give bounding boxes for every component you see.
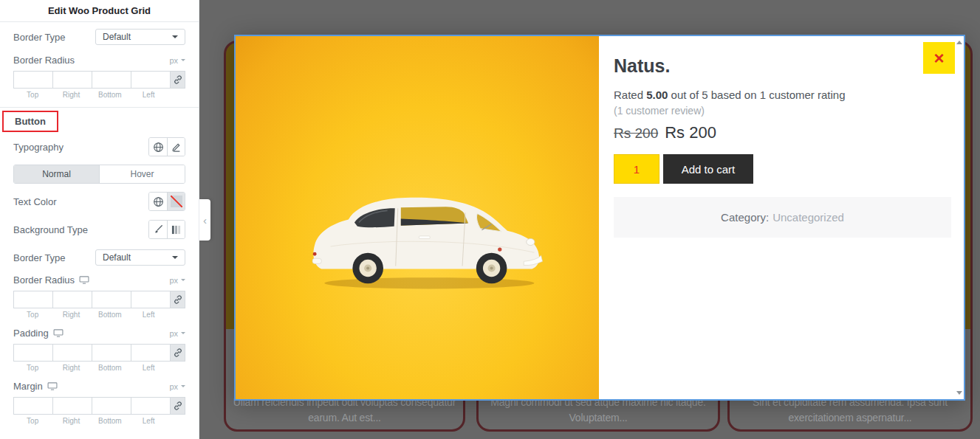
border-radius-inputs-1: [13, 71, 185, 89]
chain-link-icon: [173, 75, 183, 85]
select-value: Default: [103, 252, 131, 263]
desktop-icon[interactable]: [47, 382, 58, 390]
border-radius-top-input[interactable]: [13, 291, 52, 308]
panel-title: Edit Woo Product Grid: [48, 5, 151, 16]
margin-label: Margin: [13, 381, 58, 392]
gradient-background-button[interactable]: [167, 221, 185, 238]
link-values-button[interactable]: [170, 344, 185, 362]
side-label-bottom: Bottom: [91, 91, 129, 99]
border-type-select[interactable]: Default: [95, 249, 185, 266]
tab-normal[interactable]: Normal: [14, 165, 99, 183]
border-radius-top-input[interactable]: [13, 71, 52, 89]
quantity-input[interactable]: [614, 154, 659, 184]
padding-label: Padding: [13, 328, 64, 339]
old-price: Rs 200: [614, 125, 658, 142]
label-text: Padding: [13, 328, 49, 339]
chevron-down-icon: [181, 332, 185, 334]
side-label-bottom: Bottom: [91, 417, 129, 425]
classic-background-button[interactable]: [149, 221, 167, 238]
margin-bottom-input[interactable]: [92, 397, 131, 415]
chevron-down-icon: [181, 385, 185, 387]
unit-select[interactable]: px: [169, 56, 185, 65]
desktop-icon[interactable]: [79, 276, 89, 284]
category-link[interactable]: Uncategorized: [772, 211, 844, 224]
state-tabs: Normal Hover: [13, 165, 185, 184]
link-values-button[interactable]: [170, 397, 185, 415]
global-typography-button[interactable]: [149, 138, 167, 156]
side-label-bottom: Bottom: [91, 311, 129, 319]
unit-value: px: [169, 56, 178, 65]
chain-link-icon: [173, 348, 183, 358]
side-label-top: Top: [13, 91, 52, 99]
side-label-right: Right: [52, 364, 90, 372]
chevron-down-icon: [181, 59, 185, 61]
label-text: Margin: [13, 381, 43, 392]
padding-top-input[interactable]: [13, 344, 52, 362]
tab-label: Normal: [42, 169, 71, 179]
rating-prefix: Rated: [614, 89, 646, 101]
chevron-left-icon: ‹: [203, 214, 207, 227]
control-border-type-1: Border Type Default: [13, 29, 185, 45]
globe-icon: [153, 196, 164, 207]
add-to-cart-button[interactable]: Add to cart: [663, 154, 753, 184]
product-image: [236, 36, 599, 399]
modal-scrollbar[interactable]: [955, 36, 964, 399]
label-text: Border Radius: [13, 274, 75, 286]
border-radius-right-input[interactable]: [52, 71, 92, 89]
link-values-button[interactable]: [170, 291, 185, 308]
product-details: Natus. Rated 5.00 out of 5 based on 1 cu…: [599, 36, 964, 399]
padding-right-input[interactable]: [52, 344, 92, 362]
close-button[interactable]: ×: [923, 42, 955, 74]
link-values-button[interactable]: [170, 71, 185, 89]
margin-left-input[interactable]: [131, 397, 170, 415]
margin-inputs: [13, 397, 185, 415]
edit-typography-button[interactable]: [167, 138, 185, 156]
border-radius-bottom-input[interactable]: [92, 291, 131, 308]
border-radius-right-input[interactable]: [52, 291, 92, 308]
margin-top-input[interactable]: [13, 397, 52, 415]
side-label-top: Top: [13, 364, 52, 372]
padding-inputs: [13, 344, 185, 362]
pencil-icon: [171, 142, 182, 152]
margin-right-input[interactable]: [52, 397, 92, 415]
side-label-top: Top: [13, 417, 52, 425]
section-divider: [0, 107, 199, 108]
scroll-down-icon[interactable]: [956, 391, 962, 395]
panel-header: Edit Woo Product Grid: [0, 0, 199, 22]
color-swatch-button[interactable]: [167, 193, 185, 210]
control-margin: Margin px: [13, 381, 185, 392]
no-color-swatch-icon: [171, 196, 182, 207]
category-meta: Category: Uncategorized: [614, 197, 951, 238]
unit-select[interactable]: px: [169, 329, 185, 338]
control-border-radius-2: Border Radius px: [13, 274, 185, 286]
scroll-up-icon[interactable]: [956, 41, 962, 44]
chain-link-icon: [173, 401, 183, 411]
padding-left-input[interactable]: [131, 344, 170, 362]
desktop-icon[interactable]: [53, 329, 64, 337]
control-padding: Padding px: [13, 328, 185, 339]
background-type-buttons: [148, 220, 185, 239]
tab-hover[interactable]: Hover: [99, 165, 185, 183]
panel-collapse-handle[interactable]: ‹: [199, 199, 210, 241]
chain-link-icon: [173, 294, 183, 305]
control-border-type-2: Border Type Default: [13, 249, 185, 266]
padding-bottom-input[interactable]: [92, 344, 131, 362]
current-price: Rs 200: [665, 123, 716, 142]
chevron-down-icon: [172, 256, 178, 259]
global-color-button[interactable]: [149, 193, 167, 210]
border-type-select[interactable]: Default: [95, 29, 185, 45]
border-radius-bottom-input[interactable]: [92, 71, 131, 89]
unit-select[interactable]: px: [169, 382, 185, 391]
unit-select[interactable]: px: [169, 276, 185, 285]
border-radius-left-input[interactable]: [131, 71, 170, 89]
border-radius-label: Border Radius: [13, 274, 89, 286]
control-background-type: Background Type: [13, 220, 185, 239]
dimension-side-labels: Top Right Bottom Left: [13, 417, 185, 425]
side-label-left: Left: [129, 311, 168, 319]
unit-value: px: [169, 276, 178, 285]
text-color-label: Text Color: [13, 196, 57, 207]
side-label-bottom: Bottom: [91, 364, 129, 372]
product-quick-view-modal: Natus. Rated 5.00 out of 5 based on 1 cu…: [234, 35, 965, 401]
border-radius-left-input[interactable]: [131, 291, 170, 308]
background-type-label: Background Type: [13, 224, 88, 235]
